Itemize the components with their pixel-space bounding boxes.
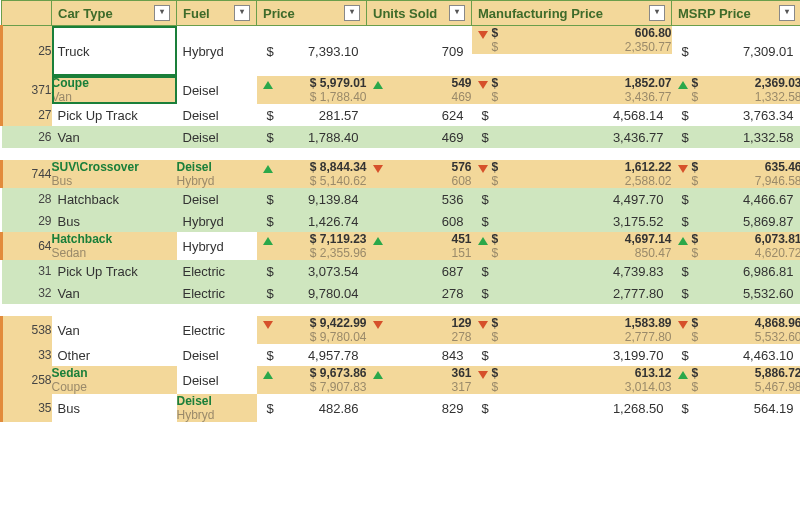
down-arrow-icon [373,321,383,329]
table-row[interactable]: 744 SUV\CrossoverBus DeiselHybryd $ 8,84… [2,160,801,188]
table-row[interactable]: 258 SedanCoupe Deisel $ 9,673.86$ 7,907.… [2,366,801,394]
header-row: Car Type▾ Fuel▾ Price▾ Units Sold▾ Manuf… [2,1,801,26]
down-arrow-icon [478,321,488,329]
table-row[interactable]: 27 Pick Up Track Deisel $281.57 624 $4,5… [2,104,801,126]
down-arrow-icon [263,321,273,329]
col-price[interactable]: Price▾ [257,1,367,26]
table-row[interactable]: 29 BusHybryd $1,426.74 608 $3,175.52 $5,… [2,210,801,232]
down-arrow-icon [478,165,488,173]
col-car-type[interactable]: Car Type▾ [52,1,177,26]
filter-icon[interactable]: ▾ [344,5,360,21]
up-arrow-icon [263,165,273,173]
filter-icon[interactable]: ▾ [154,5,170,21]
up-arrow-icon [478,237,488,245]
filter-icon[interactable]: ▾ [649,5,665,21]
table-row[interactable]: 32 VanElectric $9,780.04 278 $2,777.80 $… [2,282,801,304]
up-arrow-icon [678,237,688,245]
down-arrow-icon [478,31,488,39]
down-arrow-icon [478,371,488,379]
table-row[interactable]: 31 Pick Up TrackElectric $3,073.54 687 $… [2,260,801,282]
up-arrow-icon [678,371,688,379]
col-fuel[interactable]: Fuel▾ [177,1,257,26]
up-arrow-icon [263,237,273,245]
col-msrp[interactable]: MSRP Price▾ [672,1,801,26]
col-units[interactable]: Units Sold▾ [367,1,472,26]
table-row[interactable]: 25 Truck Hybryd $7,393.10 709 $606.80 $2… [2,26,801,55]
table-row[interactable]: 35 Bus DeiselHybryd $482.86 829 $1,268.5… [2,394,801,422]
up-arrow-icon [263,81,273,89]
down-arrow-icon [478,81,488,89]
down-arrow-icon [373,165,383,173]
table-row[interactable]: 538 Van Electric $ 9,422.99$ 9,780.04 12… [2,316,801,344]
table-row[interactable]: 28 HatchbackDeisel $9,139.84 536 $4,497.… [2,188,801,210]
up-arrow-icon [678,81,688,89]
table-row[interactable]: 26 Van Deisel $1,788.40 469 $3,436.77 $1… [2,126,801,148]
up-arrow-icon [373,371,383,379]
filter-icon[interactable]: ▾ [779,5,795,21]
table-row[interactable]: 33 OtherDeisel $4,957.78 843 $3,199.70 $… [2,344,801,366]
data-grid: Car Type▾ Fuel▾ Price▾ Units Sold▾ Manuf… [0,0,800,422]
down-arrow-icon [678,321,688,329]
table-row[interactable]: 64 HatchbackSedan Hybryd $ 7,119.23$ 2,3… [2,232,801,260]
col-mfg[interactable]: Manufacturing Price▾ [472,1,672,26]
up-arrow-icon [373,81,383,89]
table-row[interactable]: 371 CoupeVan Deisel $ 5,979.01$ 1,788.40… [2,76,801,104]
filter-icon[interactable]: ▾ [449,5,465,21]
up-arrow-icon [263,371,273,379]
up-arrow-icon [373,237,383,245]
filter-icon[interactable]: ▾ [234,5,250,21]
down-arrow-icon [678,165,688,173]
